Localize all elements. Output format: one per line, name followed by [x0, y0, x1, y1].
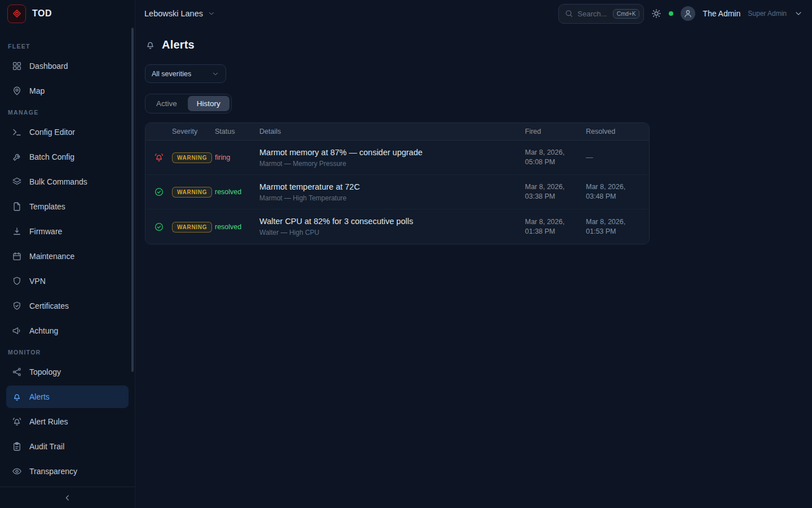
- details-cell: Walter CPU at 82% for 3 consecutive poll…: [259, 217, 525, 237]
- sun-icon: [651, 8, 661, 19]
- sidebar-item-bulk-commands[interactable]: Bulk Commands: [6, 170, 129, 193]
- sidebar-item-label: Map: [29, 86, 45, 95]
- resolved-cell: Mar 8, 2026, 03:48 PM: [586, 182, 649, 202]
- topbar: Lebowski Lanes Cmd+K The Admin Super Adm…: [135, 0, 812, 27]
- alerts-tabs: ActiveHistory: [145, 94, 232, 113]
- chevron-down-icon: [208, 10, 215, 17]
- sidebar-item-label: Maintenance: [29, 252, 74, 261]
- table-header-row: Severity Status Details Fired Resolved: [145, 123, 649, 141]
- status-dot: [669, 11, 673, 16]
- check-circle-icon: [154, 222, 164, 232]
- sidebar-item-templates[interactable]: Templates: [6, 195, 129, 218]
- row-state-cell: [145, 187, 172, 197]
- details-cell: Marmot temperature at 72CMarmot — High T…: [259, 182, 525, 202]
- content: Alerts All severities ActiveHistory Seve…: [135, 27, 812, 508]
- resolved-cell: —: [586, 153, 649, 163]
- alert-title: Marmot memory at 87% — consider upgrade: [259, 148, 525, 157]
- sidebar-item-batch-config[interactable]: Batch Config: [6, 146, 129, 168]
- theme-toggle-button[interactable]: [651, 8, 661, 19]
- sidebar-item-certificates[interactable]: Certificates: [6, 295, 129, 317]
- alert-subtitle: Marmot — High Temperature: [259, 194, 525, 202]
- table-row[interactable]: WARNINGfiringMarmot memory at 87% — cons…: [145, 141, 649, 175]
- table-row[interactable]: WARNINGresolvedMarmot temperature at 72C…: [145, 175, 649, 209]
- dashboard-icon: [12, 61, 22, 71]
- sidebar-item-label: Config Editor: [29, 128, 75, 137]
- resolved-cell: Mar 8, 2026, 01:53 PM: [586, 217, 649, 237]
- map-icon: [12, 86, 22, 96]
- user-menu-button[interactable]: [794, 9, 803, 18]
- status-cell: resolved: [215, 223, 259, 231]
- megaphone-icon: [12, 326, 22, 336]
- certificate-icon: [12, 301, 22, 311]
- alert-subtitle: Walter — High CPU: [259, 229, 525, 237]
- user-icon: [683, 8, 693, 19]
- app-root: TOD FLEETDashboardMapMANAGEConfig Editor…: [0, 0, 812, 508]
- terminal-icon: [12, 127, 22, 137]
- sidebar-item-alerts[interactable]: Alerts: [6, 386, 129, 408]
- nav-section-label: MONITOR: [8, 349, 127, 356]
- severity-badge: WARNING: [172, 222, 212, 233]
- search-box[interactable]: Cmd+K: [558, 4, 644, 24]
- fired-cell: Mar 8, 2026, 05:08 PM: [525, 148, 586, 167]
- clipboard-icon: [12, 441, 22, 452]
- workspace-name: Lebowski Lanes: [144, 9, 203, 18]
- sidebar-item-achtung[interactable]: Achtung: [6, 319, 129, 342]
- sidebar: TOD FLEETDashboardMapMANAGEConfig Editor…: [0, 0, 135, 508]
- avatar[interactable]: [681, 6, 695, 21]
- row-state-cell: [145, 152, 172, 163]
- sidebar-item-config-editor[interactable]: Config Editor: [6, 121, 129, 143]
- workspace-switcher[interactable]: Lebowski Lanes: [144, 9, 215, 18]
- header-details: Details: [259, 128, 525, 135]
- layers-icon: [12, 177, 22, 187]
- sidebar-item-map[interactable]: Map: [6, 80, 129, 102]
- severity-filter-select[interactable]: All severities: [145, 64, 226, 83]
- sidebar-item-vpn[interactable]: VPN: [6, 270, 129, 292]
- eye-icon: [12, 466, 22, 476]
- fired-cell: Mar 8, 2026, 03:38 PM: [525, 182, 586, 202]
- sidebar-item-label: Audit Trail: [29, 442, 64, 451]
- chevron-down-icon: [794, 9, 803, 18]
- row-state-cell: [145, 222, 172, 232]
- wrench-icon: [12, 152, 22, 162]
- sidebar-item-alert-rules[interactable]: Alert Rules: [6, 410, 129, 433]
- tab-history[interactable]: History: [188, 96, 230, 111]
- topology-icon: [12, 367, 22, 377]
- page-title: Alerts: [162, 38, 195, 51]
- severity-cell: WARNING: [172, 152, 215, 163]
- severity-filter-value: All severities: [152, 70, 191, 78]
- header-severity: Severity: [172, 128, 215, 135]
- bell-alert-icon: [154, 152, 164, 163]
- severity-cell: WARNING: [172, 186, 215, 198]
- logo-icon: [7, 5, 26, 23]
- topbar-right: Cmd+K The Admin Super Admin: [558, 4, 803, 24]
- logo: TOD: [0, 0, 135, 27]
- alert-title: Walter CPU at 82% for 3 consecutive poll…: [259, 217, 525, 226]
- sidebar-item-label: Dashboard: [29, 62, 68, 71]
- sidebar-item-audit-trail[interactable]: Audit Trail: [6, 435, 129, 458]
- tab-active[interactable]: Active: [147, 96, 186, 111]
- alerts-table: Severity Status Details Fired Resolved W…: [145, 122, 650, 244]
- header-status: Status: [215, 128, 259, 135]
- sidebar-item-topology[interactable]: Topology: [6, 361, 129, 383]
- collapse-sidebar-button[interactable]: [63, 493, 72, 502]
- sidebar-item-label: Alert Rules: [29, 417, 68, 426]
- sidebar-scrollbar[interactable]: [131, 28, 134, 372]
- main-area: Lebowski Lanes Cmd+K The Admin Super Adm…: [135, 0, 812, 508]
- user-name: The Admin: [703, 9, 740, 18]
- sidebar-item-firmware[interactable]: Firmware: [6, 220, 129, 243]
- status-cell: firing: [215, 154, 259, 161]
- sidebar-item-label: Firmware: [29, 227, 62, 236]
- status-cell: resolved: [215, 188, 259, 196]
- sidebar-item-maintenance[interactable]: Maintenance: [6, 245, 129, 268]
- sidebar-item-dashboard[interactable]: Dashboard: [6, 55, 129, 77]
- sidebar-item-transparency[interactable]: Transparency: [6, 460, 129, 483]
- nav-section-label: FLEET: [8, 43, 127, 50]
- search-input[interactable]: [577, 10, 608, 18]
- search-shortcut-badge: Cmd+K: [613, 9, 640, 19]
- bell-icon: [12, 392, 22, 402]
- sidebar-item-label: Alerts: [29, 392, 50, 401]
- alert-title: Marmot temperature at 72C: [259, 182, 525, 191]
- table-row[interactable]: WARNINGresolvedWalter CPU at 82% for 3 c…: [145, 209, 649, 244]
- table-body: WARNINGfiringMarmot memory at 87% — cons…: [145, 141, 649, 244]
- header-resolved: Resolved: [586, 128, 649, 135]
